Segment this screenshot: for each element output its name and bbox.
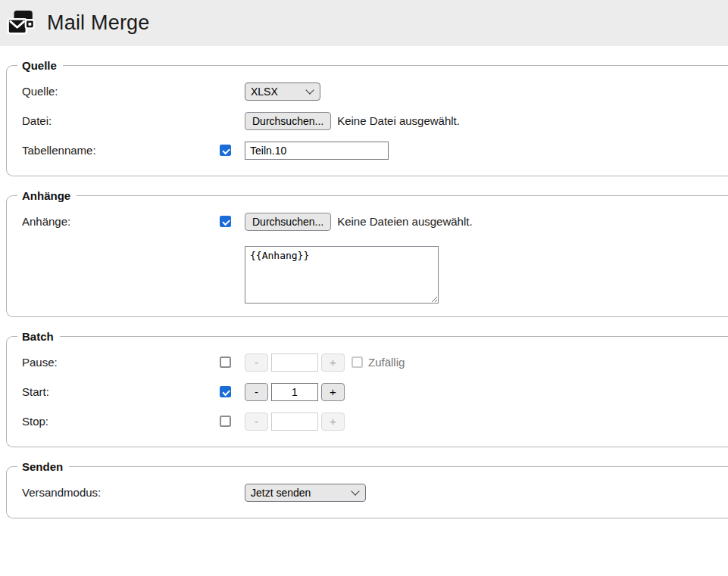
stop-stepper: - + (245, 413, 345, 431)
pause-checkbox[interactable] (220, 356, 231, 368)
pause-row: Pause: - + Zufällig (22, 347, 728, 377)
page-title: Mail Merge (47, 11, 150, 35)
quelle-label: Quelle: (22, 85, 220, 98)
anhaenge-template-area: {{Anhang}} (245, 246, 728, 306)
anhaenge-template-textarea[interactable]: {{Anhang}} (245, 246, 439, 304)
anhaenge-status: Keine Dateien ausgewählt. (337, 215, 472, 228)
section-senden-legend: Senden (17, 460, 69, 473)
start-value-input[interactable] (271, 383, 318, 401)
section-senden: Senden Versandmodus: Jetzt senden (6, 460, 728, 518)
datei-status: Keine Datei ausgewählt. (337, 114, 460, 127)
quelle-select-value: XLSX (251, 86, 278, 98)
section-quelle: Quelle Quelle: XLSX Datei: Durchsuchen..… (6, 59, 728, 176)
datei-label: Datei: (22, 114, 220, 127)
zufaellig-checkbox[interactable] (352, 356, 363, 368)
tabellenname-checkbox[interactable] (220, 145, 231, 156)
anhaenge-row: Anhänge: Durchsuchen... Keine Dateien au… (22, 207, 728, 236)
start-plus-button[interactable]: + (321, 383, 345, 401)
pause-value-input[interactable] (271, 353, 318, 372)
chevron-down-icon (351, 487, 359, 495)
zufaellig-group: Zufällig (352, 356, 405, 369)
stop-label: Stop: (22, 415, 220, 428)
versandmodus-row: Versandmodus: Jetzt senden (22, 478, 728, 507)
start-stepper: - + (245, 383, 345, 401)
section-batch-legend: Batch (17, 330, 60, 343)
quelle-row: Quelle: XLSX (22, 76, 728, 106)
section-quelle-legend: Quelle (17, 59, 63, 72)
versandmodus-select[interactable]: Jetzt senden (245, 484, 366, 502)
section-batch: Batch Pause: - + Zufällig Start: - (6, 330, 728, 447)
header: Mail Merge (0, 0, 728, 46)
pause-minus-button[interactable]: - (245, 353, 268, 372)
datei-row: Datei: Durchsuchen... Keine Datei ausgew… (22, 106, 728, 135)
stop-plus-button[interactable]: + (321, 413, 345, 431)
tabellenname-row: Tabellenname: (22, 135, 728, 165)
stop-minus-button[interactable]: - (245, 413, 268, 431)
pause-plus-button[interactable]: + (321, 353, 345, 372)
stop-checkbox[interactable] (220, 416, 231, 427)
tabellenname-label: Tabellenname: (22, 144, 220, 157)
zufaellig-label: Zufällig (368, 356, 405, 369)
section-anhaenge: Anhänge Anhänge: Durchsuchen... Keine Da… (6, 189, 728, 317)
stop-value-input[interactable] (271, 413, 318, 431)
pause-stepper: - + (245, 353, 345, 372)
start-row: Start: - + (22, 377, 728, 406)
start-checkbox[interactable] (220, 386, 231, 397)
chevron-down-icon (305, 86, 314, 94)
quelle-select[interactable]: XLSX (245, 83, 320, 101)
anhaenge-browse-button[interactable]: Durchsuchen... (245, 213, 331, 231)
stop-row: Stop: - + (22, 406, 728, 436)
pause-label: Pause: (22, 356, 220, 369)
mail-merge-icon (7, 9, 36, 38)
versandmodus-label: Versandmodus: (22, 486, 220, 499)
datei-browse-button[interactable]: Durchsuchen... (245, 112, 331, 130)
anhaenge-checkbox[interactable] (220, 216, 231, 227)
versandmodus-select-value: Jetzt senden (251, 487, 311, 499)
section-anhaenge-legend: Anhänge (17, 189, 77, 202)
start-label: Start: (22, 385, 220, 398)
start-minus-button[interactable]: - (245, 383, 268, 401)
anhaenge-label: Anhänge: (22, 215, 220, 228)
tabellenname-input[interactable] (245, 142, 389, 160)
